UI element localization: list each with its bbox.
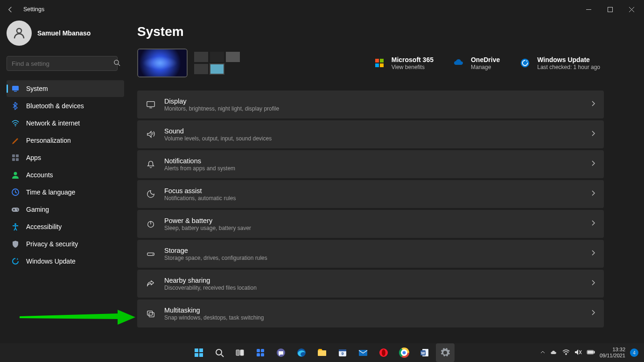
sound-row[interactable]: Sound Volume levels, output, input, soun… (137, 120, 604, 148)
sound-icon (146, 130, 156, 139)
tray-onedrive-icon[interactable] (550, 349, 558, 356)
sidebar-item-label: Windows Update (26, 258, 76, 265)
setting-title: Sound (164, 127, 582, 136)
svg-rect-32 (195, 353, 198, 357)
theme-picker[interactable] (194, 52, 240, 74)
svg-point-26 (153, 254, 154, 255)
svg-rect-21 (147, 102, 154, 107)
sidebar-item-accessibility[interactable]: Accessibility (7, 218, 124, 235)
svg-point-34 (216, 349, 222, 355)
svg-rect-16 (12, 208, 19, 212)
sidebar-item-label: Accessibility (26, 223, 62, 230)
arrow-left-icon (7, 6, 14, 13)
taskbar-chrome[interactable] (395, 343, 413, 362)
notifications-row[interactable]: Notifications Alerts from apps and syste… (137, 150, 604, 178)
accounts-icon (11, 171, 20, 179)
titlebar: Settings (0, 0, 644, 19)
maximize-button[interactable] (599, 2, 621, 17)
taskbar-chat[interactable] (272, 343, 290, 362)
sidebar-item-system[interactable]: System (7, 80, 124, 97)
update-icon (518, 56, 532, 70)
sidebar-item-privacy[interactable]: Privacy & security (7, 236, 124, 252)
svg-rect-27 (147, 311, 153, 315)
close-button[interactable] (621, 2, 642, 17)
taskbar-time: 13:32 (600, 347, 625, 353)
personalization-icon (11, 136, 20, 145)
taskbar-explorer[interactable] (313, 343, 331, 362)
sidebar-item-label: Gaming (26, 206, 49, 213)
taskbar-widgets[interactable] (251, 343, 270, 362)
focus-row[interactable]: Focus assist Notifications, automatic ru… (137, 180, 604, 208)
svg-text:W: W (421, 351, 425, 355)
sidebar-item-network[interactable]: Network & internet (7, 115, 124, 132)
sidebar-item-label: Network & internet (26, 119, 80, 127)
sidebar-item-update[interactable]: Windows Update (7, 253, 124, 270)
tray-volume-icon[interactable] (574, 349, 582, 356)
tray-battery-icon[interactable] (587, 349, 595, 356)
taskbar-opera[interactable] (374, 343, 393, 362)
theme-swatch[interactable] (194, 64, 208, 74)
chevron-right-icon (591, 190, 595, 198)
sidebar-item-personalization[interactable]: Personalization (7, 132, 124, 149)
search-input[interactable] (7, 56, 118, 71)
svg-line-6 (118, 64, 120, 66)
tray-chevron-icon[interactable] (540, 349, 546, 356)
tray-wifi-icon[interactable] (562, 349, 570, 356)
chevron-right-icon (591, 130, 595, 139)
theme-swatch[interactable] (194, 52, 208, 62)
sidebar-item-label: System (26, 85, 48, 92)
svg-rect-10 (12, 154, 15, 157)
taskbar-calendar[interactable]: 9 (333, 343, 352, 362)
setting-sub: Storage space, drives, configuration rul… (164, 255, 582, 261)
setting-title: Display (164, 97, 582, 106)
search-box[interactable] (7, 56, 124, 71)
quick-onedrive[interactable]: OneDriveManage (452, 56, 500, 70)
power-row[interactable]: Power & battery Sleep, battery usage, ba… (137, 210, 604, 238)
taskbar-start[interactable] (189, 343, 208, 362)
minimize-button[interactable] (578, 2, 599, 17)
taskbar-clock[interactable]: 13:32 09/11/2021 (600, 347, 625, 359)
apps-icon (11, 153, 20, 162)
sidebar-item-bluetooth[interactable]: Bluetooth & devices (7, 97, 124, 114)
time-icon (11, 188, 20, 196)
bluetooth-icon (11, 102, 20, 110)
sidebar-item-accounts[interactable]: Accounts (7, 167, 124, 183)
taskbar-mail[interactable] (354, 343, 372, 362)
svg-rect-44 (318, 350, 326, 356)
back-button[interactable] (2, 1, 19, 18)
share-row[interactable]: Nearby sharing Discoverability, received… (137, 270, 604, 298)
storage-row[interactable]: Storage Storage space, drives, configura… (137, 240, 604, 268)
notification-badge[interactable]: 4 (630, 348, 638, 357)
sidebar-item-time[interactable]: Time & language (7, 184, 124, 201)
main-content: System Microsoft 365View benefits (131, 19, 644, 343)
monitor-preview[interactable] (137, 49, 188, 77)
quick-update[interactable]: Windows UpdateLast checked: 1 hour ago (518, 56, 600, 70)
display-row[interactable]: Display Monitors, brightness, night ligh… (137, 90, 604, 118)
privacy-icon (11, 240, 20, 248)
svg-rect-31 (199, 348, 203, 352)
quick-ms365[interactable]: Microsoft 365View benefits (373, 56, 434, 70)
theme-swatch[interactable] (226, 52, 240, 62)
chevron-right-icon (591, 279, 595, 288)
svg-rect-33 (199, 353, 203, 357)
taskbar-edge[interactable] (292, 343, 311, 362)
avatar (7, 21, 32, 46)
sidebar-item-gaming[interactable]: Gaming (7, 201, 124, 218)
taskbar-search[interactable] (210, 343, 229, 362)
svg-point-19 (14, 223, 16, 225)
sidebar-item-label: Bluetooth & devices (26, 102, 84, 110)
svg-rect-64 (594, 351, 595, 353)
setting-sub: Notifications, automatic rules (164, 195, 582, 202)
sidebar-item-apps[interactable]: Apps (7, 149, 124, 166)
taskbar-word[interactable]: W (415, 343, 434, 362)
theme-swatch[interactable] (210, 52, 224, 62)
multitask-row[interactable]: Multitasking Snap windows, desktops, tas… (137, 299, 604, 327)
taskbar-taskview[interactable] (231, 343, 249, 362)
taskbar-settings[interactable] (436, 343, 455, 362)
update-title: Windows Update (537, 56, 600, 64)
sidebar-item-label: Personalization (26, 137, 71, 144)
svg-rect-13 (16, 158, 19, 161)
svg-rect-40 (257, 353, 260, 356)
theme-swatch-active[interactable] (210, 64, 224, 74)
profile[interactable]: Samuel Mbanaso (7, 21, 124, 46)
